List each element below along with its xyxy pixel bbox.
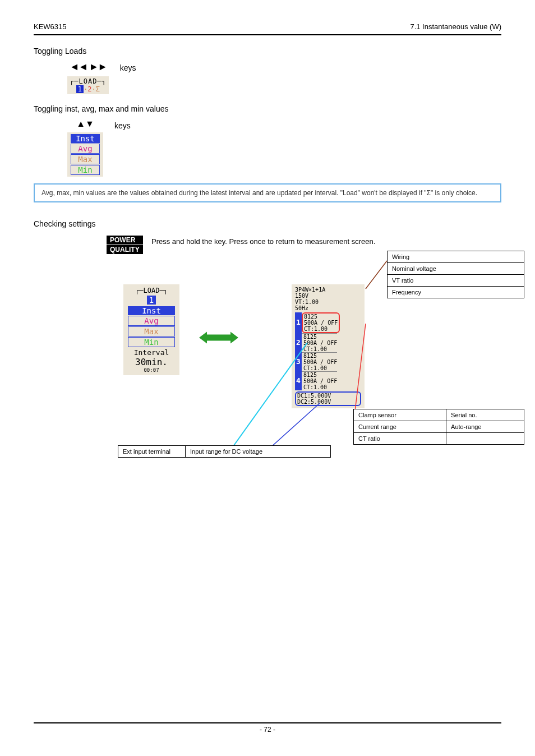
keys-label-2: keys — [114, 119, 131, 130]
max-button: Max — [71, 154, 100, 164]
toggling-loads-section: Toggling Loads ◄◄ ►► ┌─LOAD─┐ 1·2·Σ keys — [34, 47, 501, 94]
inst-button: Inst — [71, 134, 100, 143]
checking-settings-section: Checking settings POWER QUALITY Press an… — [34, 219, 501, 521]
channel-2-block: 2 8125500A / OFFCT:1.00 — [295, 333, 361, 352]
keys-label-1: keys — [120, 61, 136, 72]
double-arrow-icon — [199, 329, 238, 348]
toggling-values-section: Toggling inst, avg, max and min values ▲… — [34, 104, 501, 177]
load-selection-2: 2 — [87, 85, 91, 93]
channel-settings-table: Clamp sensorSerial no. Current rangeAuto… — [353, 409, 524, 445]
common-settings-table: Wiring Nominal voltage VT ratio Frequenc… — [387, 251, 524, 298]
up-down-arrows-icon: ▲▼ — [67, 119, 103, 129]
toggling-values-title: Toggling inst, avg, max and min values — [34, 104, 501, 113]
dc-block: DC1:5.000V DC2:5.000V — [295, 391, 361, 406]
min-button: Min — [71, 165, 100, 175]
right-lcd-panel: 3P4W×1+1A 150V VT:1.00 50Hz 1 8125500A /… — [292, 284, 365, 408]
left-right-arrows-icon: ◄◄ ►► — [67, 61, 109, 73]
load-selection-1: 1 — [76, 85, 84, 93]
page-footer: - 72 - — [34, 722, 501, 734]
svg-marker-0 — [199, 332, 238, 344]
svg-line-1 — [366, 261, 387, 289]
note-box: Avg, max, min values are the values obta… — [34, 183, 501, 202]
channel-4-block: 4 8125500A / OFFCT:1.00 — [295, 371, 361, 390]
page-header: KEW6315 7.1 Instantaneous value (W) — [34, 22, 501, 35]
power-quality-badge: POWER QUALITY — [107, 235, 143, 254]
left-lcd-panel: ┌─LOAD─┐ 1 Inst Avg Max Min Interval 30m… — [123, 284, 179, 375]
header-right: 7.1 Instantaneous value (W) — [410, 22, 501, 31]
header-left: KEW6315 — [34, 22, 67, 31]
load-header: ┌─LOAD─┐ — [70, 77, 107, 85]
ext-input-table: Ext input terminal Input range for DC vo… — [118, 445, 331, 458]
settings-title: Checking settings — [34, 219, 501, 228]
load-selection-sigma: Σ — [96, 85, 100, 93]
avg-button: Avg — [71, 144, 100, 154]
settings-description: Press and hold the key. Press once to re… — [151, 236, 375, 247]
toggling-loads-title: Toggling Loads — [34, 47, 501, 56]
channel-3-block: 3 8125500A / OFFCT:1.00 — [295, 352, 361, 371]
channel-1-block: 1 8125500A / OFFCT:1.00 — [295, 312, 361, 333]
